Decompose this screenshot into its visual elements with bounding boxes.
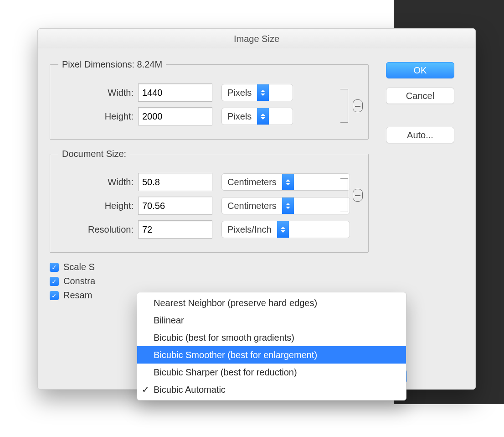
pixel-width-label: Width: bbox=[58, 88, 138, 98]
pixel-height-unit-select[interactable]: Pixels bbox=[221, 108, 293, 125]
doc-width-input[interactable] bbox=[138, 173, 212, 191]
menu-item-label: Bicubic Automatic bbox=[154, 385, 226, 395]
constrain-label: Constra bbox=[63, 276, 95, 286]
ok-button[interactable]: OK bbox=[386, 62, 454, 78]
doc-height-unit-value: Centimeters bbox=[222, 201, 282, 211]
menu-item-label: Bicubic Smoother (best for enlargement) bbox=[154, 350, 317, 360]
doc-height-label: Height: bbox=[58, 201, 138, 211]
resample-label: Resam bbox=[63, 290, 92, 301]
pixel-height-input[interactable] bbox=[138, 107, 212, 125]
resolution-label: Resolution: bbox=[58, 224, 138, 235]
pixel-width-unit-value: Pixels bbox=[222, 88, 257, 98]
document-size-legend: Document Size: bbox=[58, 149, 130, 159]
resample-menu-item[interactable]: Bicubic Smoother (best for enlargement) bbox=[137, 346, 406, 364]
constrain-proportions-checkbox[interactable]: ✓ Constra bbox=[50, 276, 369, 286]
updown-icon bbox=[277, 221, 289, 238]
document-size-group: Document Size: Width: Centimeters Height… bbox=[50, 149, 369, 253]
pixel-width-unit-select[interactable]: Pixels bbox=[221, 84, 293, 101]
resolution-unit-select[interactable]: Pixels/Inch bbox=[221, 221, 350, 238]
doc-link-indicator bbox=[340, 170, 363, 220]
pixel-dimensions-legend: Pixel Dimensions: 8.24M bbox=[58, 59, 166, 70]
updown-icon bbox=[257, 108, 269, 125]
resolution-unit-value: Pixels/Inch bbox=[222, 224, 277, 235]
chain-link-icon[interactable] bbox=[353, 189, 363, 202]
updown-icon bbox=[257, 84, 269, 101]
checkmark-icon: ✓ bbox=[50, 277, 59, 286]
cancel-button[interactable]: Cancel bbox=[386, 88, 454, 104]
resample-method-menu: Nearest Neighbor (preserve hard edges)Bi… bbox=[137, 292, 406, 401]
checkmark-icon: ✓ bbox=[50, 263, 59, 272]
pixel-height-unit-value: Pixels bbox=[222, 111, 257, 122]
doc-width-unit-select[interactable]: Centimeters bbox=[221, 173, 350, 191]
pixel-dimensions-size: 8.24M bbox=[137, 59, 163, 69]
doc-width-unit-value: Centimeters bbox=[222, 177, 282, 187]
resample-menu-item[interactable]: Bilinear bbox=[137, 312, 406, 329]
pixel-width-input[interactable] bbox=[138, 83, 212, 102]
pixel-dimensions-group: Pixel Dimensions: 8.24M Width: Pixels He… bbox=[50, 59, 369, 140]
resample-menu-item[interactable]: Bicubic (best for smooth gradients) bbox=[137, 329, 406, 346]
auto-button[interactable]: Auto... bbox=[386, 127, 454, 143]
pixel-height-label: Height: bbox=[58, 111, 138, 122]
checkmark-icon: ✓ bbox=[50, 291, 59, 300]
menu-item-label: Nearest Neighbor (preserve hard edges) bbox=[154, 298, 317, 308]
resample-menu-item[interactable]: Bicubic Sharper (best for reduction) bbox=[137, 364, 406, 381]
updown-icon bbox=[282, 198, 294, 214]
scale-styles-checkbox[interactable]: ✓ Scale S bbox=[50, 262, 369, 272]
chain-link-icon[interactable] bbox=[353, 99, 363, 112]
updown-icon bbox=[282, 174, 294, 190]
menu-item-label: Bicubic Sharper (best for reduction) bbox=[154, 367, 297, 378]
doc-height-unit-select[interactable]: Centimeters bbox=[221, 197, 350, 214]
dialog-title: Image Size bbox=[38, 29, 475, 49]
resample-menu-item[interactable]: ✓Bicubic Automatic bbox=[137, 381, 406, 398]
scale-styles-label: Scale S bbox=[63, 262, 95, 272]
bracket-icon bbox=[340, 89, 348, 123]
pixel-link-indicator bbox=[340, 81, 363, 131]
menu-checkmark-icon: ✓ bbox=[137, 384, 154, 395]
menu-item-label: Bilinear bbox=[154, 315, 184, 326]
pixel-dimensions-legend-prefix: Pixel Dimensions: bbox=[62, 59, 137, 69]
bracket-icon bbox=[340, 178, 348, 212]
resolution-input[interactable] bbox=[138, 220, 212, 239]
doc-width-label: Width: bbox=[58, 177, 138, 187]
resample-menu-item[interactable]: Nearest Neighbor (preserve hard edges) bbox=[137, 294, 406, 312]
menu-item-label: Bicubic (best for smooth gradients) bbox=[154, 333, 294, 343]
doc-height-input[interactable] bbox=[138, 197, 212, 215]
